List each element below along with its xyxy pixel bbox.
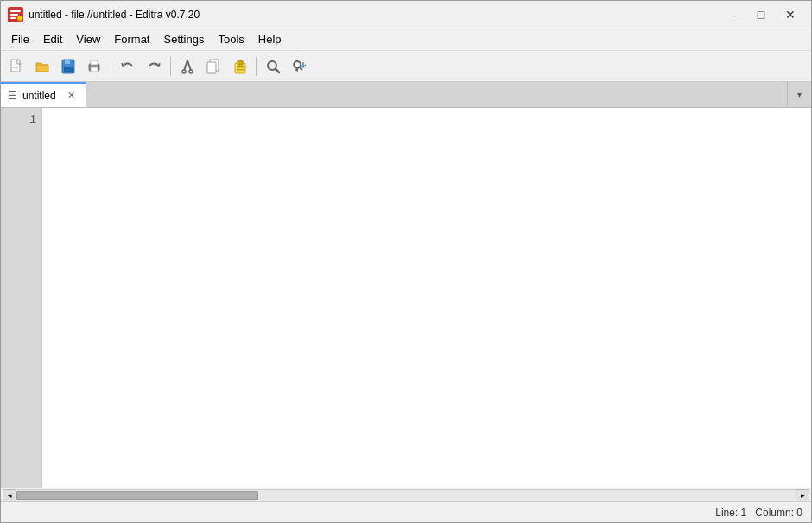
status-line-column: Line: 1 Column: 0 <box>715 507 802 519</box>
status-bar: Line: 1 Column: 0 <box>1 501 811 522</box>
scroll-track[interactable] <box>16 489 796 501</box>
open-file-icon <box>35 59 50 74</box>
svg-rect-25 <box>237 69 244 71</box>
svg-point-19 <box>189 70 193 73</box>
svg-line-29 <box>300 67 302 70</box>
svg-rect-2 <box>10 14 18 16</box>
svg-point-18 <box>182 70 186 73</box>
menu-item-help[interactable]: Help <box>251 31 289 47</box>
menu-bar: FileEditViewFormatSettingsToolsHelp <box>1 28 811 51</box>
toolbar-separator <box>111 57 111 76</box>
menu-item-tools[interactable]: Tools <box>211 31 251 47</box>
tab-bar: ☰ untitled ✕ ▾ <box>1 82 811 108</box>
tab-close-button[interactable]: ✕ <box>65 89 79 103</box>
svg-rect-3 <box>10 17 16 19</box>
toolbar-separator <box>256 57 257 76</box>
scroll-right-button[interactable]: ▸ <box>796 489 809 501</box>
tab-dropdown-icon: ▾ <box>797 90 802 99</box>
svg-line-27 <box>276 69 279 72</box>
new-button[interactable] <box>4 54 29 79</box>
tab-file-icon: ☰ <box>8 90 17 102</box>
toolbar-separator <box>170 57 171 76</box>
svg-line-17 <box>187 60 191 71</box>
window-title: untitled - file://untitled - Editra v0.7… <box>29 9 200 21</box>
copy-button[interactable] <box>201 54 225 79</box>
svg-rect-23 <box>238 60 243 65</box>
title-bar: e untitled - file://untitled - Editra v0… <box>1 1 811 28</box>
svg-rect-1 <box>10 10 21 12</box>
status-column: Column: 0 <box>755 507 802 519</box>
svg-rect-7 <box>13 66 18 66</box>
open-button[interactable] <box>30 54 54 79</box>
menu-item-view[interactable]: View <box>69 31 107 47</box>
toolbar <box>1 51 811 82</box>
svg-rect-13 <box>91 60 98 65</box>
svg-point-15 <box>98 65 99 66</box>
new-file-icon <box>9 59 24 74</box>
print-button[interactable] <box>82 54 106 79</box>
replace-button[interactable] <box>287 54 311 79</box>
menu-item-format[interactable]: Format <box>107 31 156 47</box>
svg-rect-8 <box>13 67 18 68</box>
svg-rect-11 <box>64 67 73 72</box>
svg-line-16 <box>184 60 187 71</box>
menu-item-file[interactable]: File <box>4 31 36 47</box>
title-bar-left: e untitled - file://untitled - Editra v0… <box>8 7 200 22</box>
undo-button[interactable] <box>116 54 140 79</box>
tab-untitled[interactable]: ☰ untitled ✕ <box>1 82 86 107</box>
app-icon: e <box>8 7 23 22</box>
line-numbers-panel: 1 <box>1 108 42 488</box>
scroll-thumb[interactable] <box>16 491 258 500</box>
paste-icon <box>232 59 247 74</box>
redo-icon <box>146 59 162 74</box>
tab-bar-inner: ☰ untitled ✕ <box>1 82 787 107</box>
menu-item-edit[interactable]: Edit <box>36 31 69 47</box>
replace-icon <box>291 59 307 74</box>
menu-item-settings[interactable]: Settings <box>156 31 211 47</box>
close-button[interactable]: ✕ <box>777 5 804 24</box>
cut-icon <box>180 59 195 74</box>
editor-container: 1 <box>1 108 811 488</box>
minimize-button[interactable]: — <box>718 5 745 24</box>
window-controls: — □ ✕ <box>718 5 804 24</box>
svg-rect-10 <box>65 60 70 64</box>
cut-button[interactable] <box>175 54 200 79</box>
tab-label: untitled <box>22 90 56 102</box>
redo-button[interactable] <box>142 54 166 79</box>
svg-rect-21 <box>207 62 216 73</box>
horizontal-scrollbar: ◂ ▸ <box>1 488 811 501</box>
paste-button[interactable] <box>227 54 251 79</box>
save-button[interactable] <box>56 54 80 79</box>
editor-textarea[interactable] <box>42 108 811 488</box>
undo-icon <box>120 59 136 74</box>
maximize-button[interactable]: □ <box>747 5 775 24</box>
status-line: Line: 1 <box>715 507 746 519</box>
scroll-left-button[interactable]: ◂ <box>3 489 16 501</box>
tab-dropdown-button[interactable]: ▾ <box>787 82 811 107</box>
editor-content-area <box>42 108 811 488</box>
copy-icon <box>206 59 221 74</box>
svg-rect-24 <box>237 66 244 68</box>
save-file-icon <box>60 59 76 74</box>
find-icon <box>265 59 281 74</box>
svg-point-28 <box>294 61 301 68</box>
svg-rect-14 <box>91 67 98 72</box>
find-button[interactable] <box>261 54 285 79</box>
print-icon <box>86 59 102 74</box>
line-number-1: 1 <box>1 111 36 129</box>
